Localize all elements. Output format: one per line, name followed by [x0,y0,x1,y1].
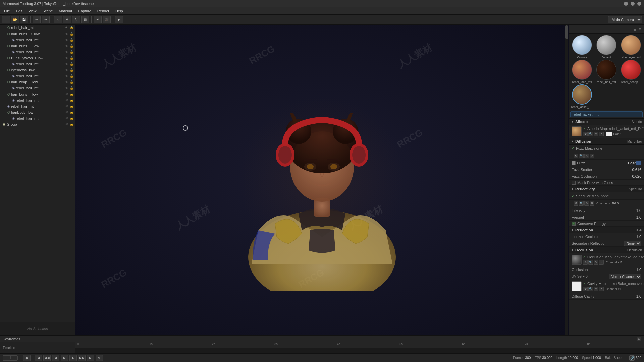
menu-file[interactable]: File [1,8,13,14]
tree-item-lock[interactable]: 🔒 [70,80,73,84]
occlusion-section-header[interactable]: ▼ Occlusion Occlusion [569,247,644,253]
menu-edit[interactable]: Edit [13,8,25,14]
menu-view[interactable]: View [26,8,39,14]
scene-tree-item[interactable]: ⬡hair_buns_L_low👁🔒 [0,43,75,49]
scene-tree-item[interactable]: ◉rebel_hair_mtl👁🔒 [0,49,75,55]
menu-help[interactable]: Help [113,8,126,14]
tree-item-eye[interactable]: 👁 [65,74,68,78]
toolbar-open[interactable]: 📂 [11,16,19,23]
mat-thumb-rebel-hair[interactable]: rebel_hair_mtl [595,60,619,84]
reflection-section-header[interactable]: ▼ Reflection GGX [569,227,644,233]
tree-item-eye[interactable]: 👁 [65,44,68,48]
mat-thumb-rebel-eyes[interactable]: rebel_eyes_mtl [619,35,643,59]
viewport-scrollbar[interactable] [565,25,568,335]
step-back-btn[interactable]: ◀◀ [43,355,51,361]
selected-material-name[interactable]: rebel_jacket_mtl [570,111,643,117]
scene-tree-item[interactable]: ⬡hair_wrap_l_low👁🔒 [0,79,75,85]
fuzz-clear-btn[interactable]: ✕ [590,154,594,158]
tree-item-lock[interactable]: 🔒 [70,68,73,72]
tree-item-eye[interactable]: 👁 [65,86,68,90]
scene-tree-item[interactable]: ⬡eyebrows_low👁🔒 [0,67,75,73]
tree-item-lock[interactable]: 🔒 [70,32,73,36]
frame-input[interactable] [3,355,18,361]
tree-item-eye[interactable]: 👁 [65,56,68,60]
scroll-down-arrow[interactable]: ▼ [638,25,642,33]
tree-item-lock[interactable]: 🔒 [70,38,73,42]
tree-item-eye[interactable]: 👁 [65,105,68,108]
mat-thumb-default[interactable]: Default [595,35,619,59]
scene-tree-item[interactable]: ⬡hair_buns_R_low👁🔒 [0,31,75,37]
cavity-search-btn[interactable]: 🔍 [588,287,593,291]
tree-item-lock[interactable]: 🔒 [70,117,73,120]
toolbar-new[interactable]: ◻ [2,16,10,23]
albedo-search-btn[interactable]: 🔍 [588,132,593,136]
toolbar-redo[interactable]: ↪ [42,16,50,23]
loop-btn[interactable]: ↺ [96,355,103,361]
toolbar-rotate[interactable]: ↻ [72,16,80,23]
toolbar-save[interactable]: 💾 [20,16,28,23]
albedo-section-header[interactable]: ▼ Albedo Albedo [569,118,644,125]
tree-item-eye[interactable]: 👁 [65,93,68,96]
toolbar-scale[interactable]: ⊡ [81,16,89,23]
scene-tree-item[interactable]: ⬡rebel_hair_mtl👁🔒 [0,25,75,31]
occ-settings-btn[interactable]: ⚙ [583,260,588,265]
tree-item-lock[interactable]: 🔒 [70,62,73,66]
scene-tree-item[interactable]: ⬡hairBody_low👁🔒 [0,109,75,115]
tree-item-lock[interactable]: 🔒 [70,74,73,78]
fuzz-settings-btn[interactable]: ⚙ [574,154,578,158]
step-fwd-btn[interactable]: ▶▶ [78,355,86,361]
scene-tree-item[interactable]: ⬡hair_buns_l_low👁🔒 [0,91,75,97]
cavity-clear-btn[interactable]: ✕ [599,287,604,291]
mask-fuzz-checkbox[interactable] [572,181,576,185]
tree-item-eye[interactable]: 👁 [65,32,68,36]
albedo-settings-btn[interactable]: ⚙ [583,132,588,136]
albedo-clear-btn[interactable]: ✕ [599,132,604,136]
cavity-edit-btn[interactable]: ✎ [594,287,598,291]
tree-item-lock[interactable]: 🔒 [70,44,73,48]
albedo-color-swatch[interactable] [606,132,612,136]
tree-item-lock[interactable]: 🔒 [70,123,73,126]
tree-item-eye[interactable]: 👁 [65,26,68,29]
occ-search-btn[interactable]: 🔍 [588,260,593,265]
scene-tree-item[interactable]: ⬡BunsFlyways_l_low👁🔒 [0,55,75,61]
timeline-playhead[interactable] [79,342,79,348]
diffusion-section-header[interactable]: ▼ Diffusion Microfiber [569,138,644,145]
mat-thumb-rebel-headp[interactable]: rebel_headp... [619,60,643,84]
menu-render[interactable]: Render [95,8,112,14]
tree-item-lock[interactable]: 🔒 [70,56,73,60]
mat-thumb-rebel-face[interactable]: rebel_face_mtl [570,60,594,84]
occlusion-map-thumb[interactable] [572,255,582,265]
tree-item-eye[interactable]: 👁 [65,117,68,120]
close-btn[interactable] [637,2,641,6]
menu-capture[interactable]: Capture [75,8,94,14]
tree-item-eye[interactable]: 👁 [65,38,68,42]
scene-tree-item[interactable]: ▣Group👁🔒 [0,121,75,127]
occ-edit-btn[interactable]: ✎ [594,260,598,265]
viewport[interactable]: 人人素材 RRCG 人人素材 RRCG RRCG 人人素材 人人素材 RRCG … [75,25,569,335]
prev-keyframe-btn[interactable]: |◀ [35,355,42,361]
timeline-main[interactable]: 0 1s 2s 3s 4s 5s 6s [75,342,644,353]
intensity-value[interactable]: 1.0 [628,208,641,213]
conserve-energy-checkbox[interactable]: ✓ [572,222,576,226]
diffuse-cavity-value[interactable]: 1.0 [628,294,641,298]
menu-material[interactable]: Material [56,8,75,14]
cavity-map-thumb[interactable] [572,281,582,291]
toolbar-move[interactable]: ✥ [63,16,71,23]
cavity-settings-btn[interactable]: ⚙ [583,287,588,291]
specular-settings-btn[interactable]: ⚙ [574,201,578,206]
tree-item-eye[interactable]: 👁 [65,68,68,72]
toolbar-light[interactable]: ☀ [94,16,102,23]
tree-item-lock[interactable]: 🔒 [70,99,73,102]
occ-clear-btn[interactable]: ✕ [599,260,604,265]
link-btn[interactable]: 🔗 [629,355,635,361]
camera-selector[interactable]: Main Camera [608,16,642,23]
scene-tree-item[interactable]: ◉rebel_hair_mtl👁🔒 [0,37,75,43]
vertex-channel-dropdown[interactable]: Vertex Channel [609,274,641,279]
toolbar-camera2[interactable]: 🎥 [103,16,111,23]
tree-item-eye[interactable]: 👁 [65,123,68,126]
tree-item-eye[interactable]: 👁 [65,99,68,102]
fuzz-edit-btn[interactable]: ✎ [584,154,589,158]
specular-clear-btn[interactable]: ✕ [590,201,594,206]
keyframe-btn[interactable]: ◆ [23,355,31,361]
scene-tree-item[interactable]: ◉rebel_hair_mtl👁🔒 [0,97,75,103]
